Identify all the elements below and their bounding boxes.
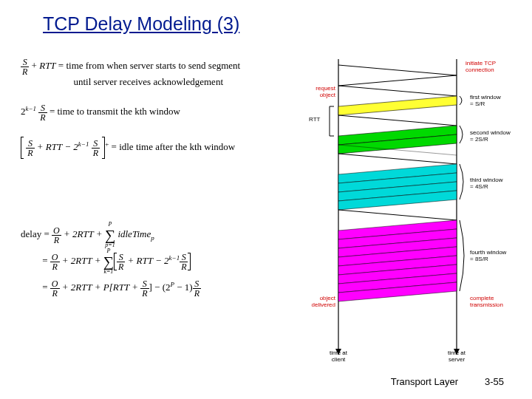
svg-line-11 <box>338 154 457 164</box>
eq4-R3: R <box>50 289 60 298</box>
eq3-mid: + RTT − 2 <box>35 141 78 152</box>
eq4-l2-exp: k−1 <box>169 254 180 262</box>
equation-4: delay = OR + 2RTT + P∑p=1 idleTimep = OR… <box>21 222 201 300</box>
label-server-axis: time atserver <box>440 350 473 364</box>
eq4-Sc: S <box>140 279 149 289</box>
sigma-icon-2: P∑k=1 <box>103 248 114 275</box>
right-bracket-icon-2 <box>188 253 191 270</box>
eq4-l3-pre: + 2RTT + P[RTT + <box>60 282 141 293</box>
eq4-Rb: R <box>180 262 188 271</box>
eq4-lhs: delay = <box>21 228 52 239</box>
eq4-l1-mid: + 2RTT + <box>61 228 105 239</box>
eq3-den-b: R <box>92 149 100 157</box>
eq4-Ra: R <box>117 262 125 271</box>
tcp-timeline-diagram: initiate TCPconnection requestobject RTT… <box>287 59 517 362</box>
svg-line-6 <box>338 86 457 96</box>
eq4-l3-mid: ] − (2 <box>149 282 171 293</box>
svg-line-8 <box>338 115 457 126</box>
eq2-den: R <box>38 113 47 122</box>
eq4-Sa: S <box>117 253 125 262</box>
slide-title: TCP Delay Modeling (3) <box>43 13 239 35</box>
label-client-axis: time atclient <box>322 350 355 364</box>
eq1-rhs-b: until server receives acknowledgement <box>74 76 224 87</box>
eq4-l2-pre: + 2RTT + <box>60 255 103 266</box>
eq4-l1-sub: p <box>151 234 154 242</box>
svg-line-4 <box>338 65 457 75</box>
eq1-rhs-a: time from when server starts to send seg… <box>66 60 240 71</box>
label-window-1: first window= S/R <box>470 95 501 108</box>
svg-marker-7 <box>338 96 457 115</box>
svg-line-17 <box>338 210 457 220</box>
equation-2: 2k−1 SR = time to transmit the kth windo… <box>21 103 180 122</box>
eq4-Rd: R <box>193 289 201 298</box>
eq4-l1-end: idleTime <box>115 228 151 239</box>
sig-bot-2: k=1 <box>103 269 114 275</box>
eq4-R2: R <box>50 262 60 271</box>
eq2-rhs: = time to transmit the kth window <box>47 106 180 117</box>
eq4-l2-in: + RTT − 2 <box>125 255 168 266</box>
eq4-R1: R <box>52 236 61 245</box>
eq4-O3: O <box>50 279 60 289</box>
eq4-O2: O <box>50 253 60 262</box>
eq2-exp: k−1 <box>26 105 37 112</box>
eq4-Sd: S <box>193 279 201 289</box>
label-initiate: initiate TCPconnection <box>466 61 496 74</box>
eq3-den-a: R <box>26 149 34 157</box>
eq3-rhs: = idle time after the kth window <box>109 141 235 152</box>
label-delivered: objectdelivered <box>303 296 335 309</box>
eq4-eq2: = <box>40 255 50 266</box>
equation-1: SR + RTT = time from when server starts … <box>21 58 240 88</box>
eq4-Sb: S <box>180 253 188 262</box>
eq4-l3-end: − 1) <box>174 282 193 293</box>
eq4-O1: O <box>52 226 61 236</box>
eq4-Rc: R <box>140 289 149 298</box>
eq1-eq: = <box>56 60 66 71</box>
eq1-den: R <box>21 67 29 76</box>
eq3-exp: k−1 <box>78 140 89 148</box>
sigma-icon: P∑p=1 <box>105 222 115 248</box>
svg-line-5 <box>338 75 457 86</box>
label-window-4: fourth window= 8S/R <box>470 250 506 263</box>
label-window-3: third window= 4S/R <box>470 177 502 191</box>
eq1-plus: + <box>29 60 39 71</box>
label-complete: completetransmission <box>470 296 503 309</box>
left-bracket-icon <box>21 137 24 159</box>
eq3-num-a: S <box>26 139 34 149</box>
eq1-rtt: RTT <box>39 60 55 71</box>
footer-layer: Transport Layer <box>391 376 458 387</box>
eq4-eq3: = <box>40 282 50 293</box>
label-window-2: second window= 2S/R <box>470 130 511 143</box>
label-request: requestobject <box>303 86 335 99</box>
equation-3: SR + RTT − 2k−1 SR + = idle time after t… <box>21 137 235 159</box>
label-rtt: RTT <box>309 117 320 123</box>
eq3-num-b: S <box>92 139 100 149</box>
footer-page: 3-55 <box>485 376 504 387</box>
